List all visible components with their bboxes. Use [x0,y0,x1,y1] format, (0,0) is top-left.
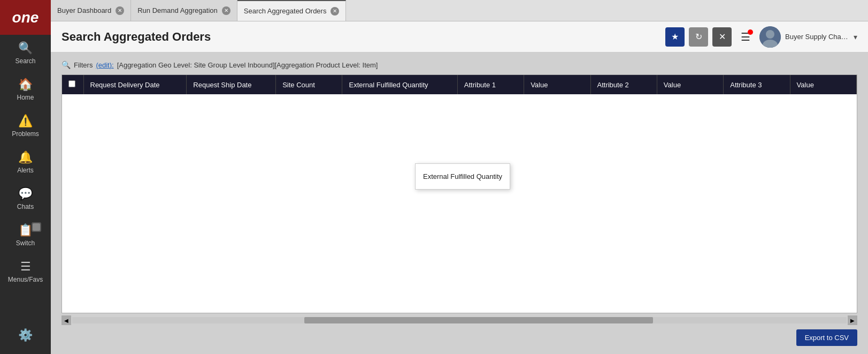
tab-close-buyer-dashboard[interactable]: ✕ [116,6,124,15]
sidebar-item-home[interactable]: 🏠 Home [0,71,51,108]
tab-run-demand[interactable]: Run Demand Aggregation ✕ [131,0,237,21]
chat-icon: 💬 [18,187,33,201]
page-header: Search Aggregated Orders ★ ↻ ✕ ☰ [51,21,868,52]
bottom-bar: Export to CSV [62,325,857,346]
content-area: 🔍 Filters (edit): [Aggregation Geo Level… [51,52,868,354]
col-checkbox [62,75,83,94]
select-all-checkbox[interactable] [68,80,75,87]
menu-button[interactable]: ☰ [736,27,755,47]
filters-bar: 🔍 Filters (edit): [Aggregation Geo Level… [62,61,857,69]
home-icon: 🏠 [18,78,33,92]
col-value1: Value [524,75,590,94]
sidebar-item-switch[interactable]: 📋 Switch [0,217,51,253]
sidebar-item-label: Search [15,57,35,65]
avatar [759,26,781,48]
sidebar-item-label: Chats [17,203,34,210]
sidebar-item-label: Home [17,94,34,101]
table-scroll[interactable]: Request Delivery Date Request Ship Date … [62,75,857,313]
results-table: Request Delivery Date Request Ship Date … [62,75,857,94]
tab-bar: Buyer Dashboard ✕ Run Demand Aggregation… [51,0,868,21]
popup-item-ext-fulfilled[interactable]: External Fulfilled Quantity [416,168,510,185]
filter-icon: 🔍 [62,61,71,69]
table-wrapper: Request Delivery Date Request Ship Date … [62,74,857,313]
horizontal-scrollbar[interactable]: ◀ ▶ [62,315,857,325]
refresh-icon: ↻ [695,32,702,42]
sidebar-bottom: ⚙️ [18,322,33,349]
scroll-left-arrow[interactable]: ◀ [62,315,71,325]
tab-close-run-demand[interactable]: ✕ [222,6,231,15]
notification-dot [748,29,753,35]
sidebar-item-menus[interactable]: ☰ Menus/Favs [0,253,51,290]
menu-icon: ☰ [20,260,31,274]
svg-point-1 [766,30,774,39]
sidebar-item-problems[interactable]: ⚠️ Problems [0,108,51,144]
page-title: Search Aggregated Orders [62,30,665,44]
sidebar-item-label: Switch [16,239,35,247]
scroll-track[interactable] [72,317,847,323]
sidebar-item-label: Problems [12,130,39,138]
col-value2: Value [657,75,723,94]
close-icon: ✕ [719,32,726,42]
favorite-button[interactable]: ★ [665,27,685,47]
bell-icon: 🔔 [18,150,33,164]
filters-edit-link[interactable]: (edit): [96,61,113,69]
col-ext-fulfilled-qty: External Fulfilled Quantity [342,75,457,94]
header-actions: ★ ↻ ✕ ☰ Buyer Supply Cha [665,26,857,48]
close-button[interactable]: ✕ [712,27,732,47]
col-req-ship-date: Request Ship Date [187,75,276,94]
user-area[interactable]: Buyer Supply Chain Admin1 ▾ [759,26,857,48]
filters-text: [Aggregation Geo Level: Site Group Level… [117,61,378,69]
col-attribute3: Attribute 3 [724,75,790,94]
scroll-right-arrow[interactable]: ▶ [848,315,857,325]
sidebar: one 🔍 Search 🏠 Home ⚠️ Problems 🔔 Alerts… [0,0,51,354]
switch-badge [32,222,41,232]
table-header-row: Request Delivery Date Request Ship Date … [62,75,857,94]
tab-buyer-dashboard[interactable]: Buyer Dashboard ✕ [51,0,131,21]
scroll-thumb[interactable] [304,317,653,323]
settings-icon: ⚙️ [18,328,33,342]
col-value3: Value [790,75,856,94]
search-icon: 🔍 [18,41,33,55]
sidebar-item-search[interactable]: 🔍 Search [0,35,51,71]
col-req-delivery-date: Request Delivery Date [83,75,187,94]
column-popup[interactable]: External Fulfilled Quantity [415,163,510,190]
chevron-down-icon: ▾ [854,33,857,41]
tab-close-search-aggregated[interactable]: ✕ [331,7,339,16]
user-name: Buyer Supply Chain Admin1 [785,33,849,41]
sidebar-item-settings[interactable]: ⚙️ [18,322,33,349]
tab-search-aggregated[interactable]: Search Aggregated Orders ✕ [237,0,347,21]
main-content: Buyer Dashboard ✕ Run Demand Aggregation… [51,0,868,354]
app-logo[interactable]: one [0,0,51,35]
sidebar-item-label: Alerts [17,167,34,174]
star-icon: ★ [671,32,679,42]
sidebar-item-alerts[interactable]: 🔔 Alerts [0,144,51,180]
refresh-button[interactable]: ↻ [689,27,708,47]
export-csv-button[interactable]: Export to CSV [796,329,857,346]
col-attribute1: Attribute 1 [457,75,524,94]
sidebar-item-label: Menus/Favs [8,276,43,283]
col-attribute2: Attribute 2 [590,75,657,94]
warning-icon: ⚠️ [18,114,33,128]
filters-label: Filters [74,61,93,69]
sidebar-item-chats[interactable]: 💬 Chats [0,180,51,217]
col-site-count: Site Count [276,75,342,94]
switch-icon: 📋 [18,223,33,237]
